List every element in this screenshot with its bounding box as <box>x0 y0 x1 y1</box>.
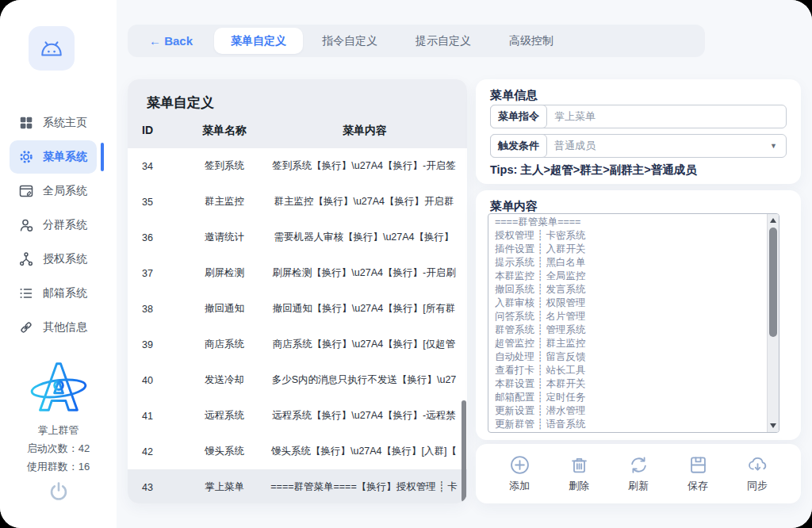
main-area: ← Back 菜单自定义指令自定义提示自定义高级控制 菜单自定义 ID 菜单名称… <box>117 0 812 528</box>
cell-name: 签到系统 <box>182 159 267 173</box>
cell-name: 远程系统 <box>182 409 267 423</box>
scroll-up-icon[interactable] <box>770 218 776 223</box>
menu-command-field[interactable]: 菜单指令 掌上菜单 <box>490 105 787 128</box>
stat-group-count: 使用群数：16 <box>0 460 117 474</box>
sidebar-item-other[interactable]: 其他信息 <box>10 311 97 344</box>
tab-menu-custom[interactable]: 菜单自定义 <box>214 28 303 54</box>
cell-content: 多少S内的消息只执行不发送【换行】\u27 <box>267 373 461 387</box>
cell-name: 撤回通知 <box>182 302 267 316</box>
table-scrollbar-thumb[interactable] <box>462 400 466 502</box>
tool-button-label: 刷新 <box>628 479 649 493</box>
cell-content: 签到系统【换行】\u27A4【换行】-开启签 <box>267 159 461 173</box>
sync-button[interactable]: 同步 <box>734 454 780 493</box>
cell-content: 商店系统【换行】\u27A4【换行】[仅超管 <box>267 338 461 351</box>
cell-name: 邀请统计 <box>182 231 267 244</box>
cell-id: 39 <box>142 339 182 350</box>
sidebar-item-auth[interactable]: 授权系统 <box>10 243 97 276</box>
table-row[interactable]: 40 发送冷却 多少S内的消息只执行不发送【换行】\u27 <box>128 362 467 398</box>
table-column-headers: ID 菜单名称 菜单内容 <box>128 112 467 148</box>
a-tower-logo <box>0 357 117 419</box>
sidebar-item-groups[interactable]: 分群系统 <box>10 209 97 242</box>
cell-name: 刷屏检测 <box>182 266 267 280</box>
table-body: 34 签到系统 签到系统【换行】\u27A4【换行】-开启签 35 群主监控 群… <box>128 148 467 503</box>
refresh-icon <box>628 454 649 476</box>
user-icon <box>18 217 34 233</box>
menu-content-card: 菜单内容 ====群管菜单==== 授权管理 ┊ 卡密系统 插件设置 ┊ 入群开… <box>476 190 801 440</box>
col-name: 菜单名称 <box>182 124 267 138</box>
table-row[interactable]: 38 撤回通知 撤回通知【换行】\u27A4【换行】[所有群 <box>128 291 467 327</box>
tab-bar: ← Back 菜单自定义指令自定义提示自定义高级控制 <box>128 25 705 57</box>
menu-content-text: ====群管菜单==== 授权管理 ┊ 卡密系统 插件设置 ┊ 入群开关 提示系… <box>495 216 763 432</box>
table-row[interactable]: 42 馒头系统 馒头系统【换行】\u27A4【换行】[入群]【 <box>128 434 467 469</box>
cell-id: 36 <box>142 232 182 243</box>
app-window: 系统主页 菜单系统 全局系统 分群系统 授权系统 邮箱系统 其他信息 <box>0 0 812 528</box>
menu-info-card: 菜单信息 菜单指令 掌上菜单 触发条件 普通成员 ▼ Tips: 主人>超管>群… <box>476 79 801 184</box>
tool-button-label: 添加 <box>509 479 530 493</box>
table-row[interactable]: 34 签到系统 签到系统【换行】\u27A4【换行】-开启签 <box>128 148 467 184</box>
tab-tip-custom[interactable]: 提示自定义 <box>396 34 490 48</box>
table-row[interactable]: 43 掌上菜单 ====群管菜单====【换行】授权管理 ┊ 卡 <box>128 469 467 503</box>
cell-name: 掌上菜单 <box>182 480 267 494</box>
sidebar-brand: 掌上群管 启动次数：42 使用群数：16 <box>0 357 117 474</box>
sidebar-item-home[interactable]: 系统主页 <box>10 106 97 140</box>
col-id: ID <box>142 124 182 138</box>
tips-text: Tips: 主人>超管>群主>副群主>普通成员 <box>490 163 697 178</box>
android-robot-icon <box>38 38 65 59</box>
sidebar-item-label: 授权系统 <box>43 252 87 266</box>
cell-id: 42 <box>142 446 182 457</box>
cell-content: 群主监控【换行】\u27A4【换行】开启群 <box>267 195 461 209</box>
floppy-icon <box>688 454 709 476</box>
textarea-scrollbar[interactable] <box>767 214 779 432</box>
branch-icon <box>18 251 34 267</box>
cell-name: 商店系统 <box>182 338 267 351</box>
menu-command-label: 菜单指令 <box>490 105 547 128</box>
sidebar-item-label: 菜单系统 <box>43 150 87 164</box>
cell-content: 撤回通知【换行】\u27A4【换行】[所有群 <box>267 302 461 316</box>
info-title: 菜单信息 <box>490 88 538 103</box>
back-button[interactable]: ← Back <box>149 34 193 48</box>
table-header: 菜单自定义 ID 菜单名称 菜单内容 <box>128 79 467 148</box>
chevron-down-icon: ▼ <box>770 142 777 150</box>
cell-content: 馒头系统【换行】\u27A4【换行】[入群]【 <box>267 445 461 458</box>
editor-title: 菜单内容 <box>490 199 538 214</box>
table-row[interactable]: 35 群主监控 群主监控【换行】\u27A4【换行】开启群 <box>128 184 467 220</box>
table-row[interactable]: 37 刷屏检测 刷屏检测【换行】\u27A4【换行】-开启刷 <box>128 255 467 291</box>
power-button[interactable] <box>0 480 117 503</box>
sidebar-item-label: 邮箱系统 <box>43 286 87 300</box>
cell-id: 43 <box>142 482 182 493</box>
add-button[interactable]: 添加 <box>496 454 542 493</box>
plus-circle-icon <box>509 454 530 476</box>
refresh-button[interactable]: 刷新 <box>615 454 661 493</box>
gear-icon <box>18 149 34 165</box>
cell-id: 34 <box>142 161 182 172</box>
table-row[interactable]: 36 邀请统计 需要机器人审核【换行】\u27A4【换行】 <box>128 220 467 255</box>
power-icon <box>48 480 70 503</box>
table-row[interactable]: 39 商店系统 商店系统【换行】\u27A4【换行】[仅超管 <box>128 327 467 362</box>
sidebar-item-global[interactable]: 全局系统 <box>10 174 97 208</box>
trigger-condition-label: 触发条件 <box>490 134 547 158</box>
trigger-condition-select[interactable]: 触发条件 普通成员 ▼ <box>490 134 787 158</box>
cell-name: 群主监控 <box>182 195 267 209</box>
sidebar-item-mail[interactable]: 邮箱系统 <box>10 277 97 310</box>
save-button[interactable]: 保存 <box>675 454 721 493</box>
table-row[interactable]: 41 远程系统 远程系统【换行】\u27A4【换行】-远程禁 <box>128 398 467 434</box>
cell-id: 40 <box>142 375 182 386</box>
cloud-sync-icon <box>747 454 768 476</box>
window-icon <box>18 183 34 199</box>
stat-launch-count: 启动次数：42 <box>0 442 117 456</box>
tool-button-label: 保存 <box>688 479 708 493</box>
col-content: 菜单内容 <box>267 124 462 138</box>
tab-advanced-control[interactable]: 高级控制 <box>490 34 573 48</box>
cell-id: 38 <box>142 304 182 315</box>
delete-button[interactable]: 删除 <box>556 454 602 493</box>
textarea-scrollbar-thumb[interactable] <box>769 228 777 337</box>
grid-icon <box>18 115 34 131</box>
link-icon <box>18 319 34 335</box>
brand-name: 掌上群管 <box>0 423 117 438</box>
scroll-down-icon[interactable] <box>770 423 776 428</box>
tab-command-custom[interactable]: 指令自定义 <box>303 34 396 48</box>
cell-id: 41 <box>142 411 182 422</box>
sidebar-item-menu[interactable]: 菜单系统 <box>10 140 97 174</box>
menu-table-card: 菜单自定义 ID 菜单名称 菜单内容 34 签到系统 签到系统【换行】\u27A… <box>128 79 467 503</box>
menu-content-textarea[interactable]: ====群管菜单==== 授权管理 ┊ 卡密系统 插件设置 ┊ 入群开关 提示系… <box>488 213 779 433</box>
